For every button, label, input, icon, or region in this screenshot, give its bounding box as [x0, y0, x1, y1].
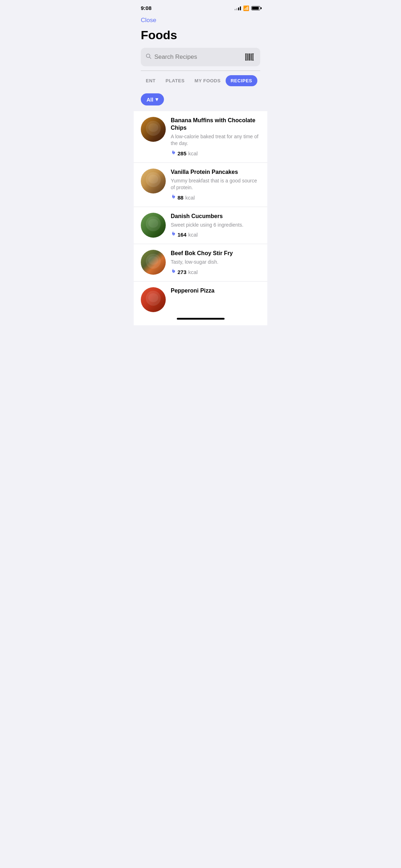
tabs-container: ENT PLATES MY FOODS RECIPES	[134, 71, 267, 91]
recipe-desc-1: A low-calorie baked treat for any time o…	[171, 133, 260, 147]
calorie-unit-3: kcal	[188, 232, 198, 238]
calorie-value-3: 164	[178, 232, 186, 238]
flame-icon-4	[171, 269, 176, 275]
recipe-item-1[interactable]: Banana Muffins with Chocolate Chips A lo…	[134, 111, 267, 163]
svg-rect-8	[251, 53, 252, 61]
close-button[interactable]: Close	[141, 15, 156, 25]
filter-row: All ▾	[134, 91, 267, 111]
filter-all-button[interactable]: All ▾	[141, 93, 164, 105]
search-input[interactable]	[154, 53, 244, 61]
svg-rect-3	[246, 53, 247, 61]
wifi-icon: 📶	[243, 5, 249, 11]
tab-plates[interactable]: PLATES	[161, 75, 190, 86]
recipe-name-5: Pepperoni Pizza	[171, 287, 260, 295]
recipe-desc-4: Tasty, low-sugar dish.	[171, 259, 260, 266]
recipe-image-pizza	[141, 287, 166, 312]
barcode-button[interactable]	[244, 51, 255, 63]
chevron-down-icon: ▾	[155, 96, 158, 103]
status-bar: 9:08 📶	[134, 0, 267, 14]
flame-icon-2	[171, 194, 176, 201]
recipe-desc-2: Yummy breakfast that is a good source of…	[171, 177, 260, 191]
calorie-value-4: 273	[178, 269, 186, 275]
recipe-item-2[interactable]: Vanilla Protein Pancakes Yummy breakfast…	[134, 163, 267, 207]
search-bar	[141, 48, 260, 66]
tab-recipes[interactable]: RECIPES	[226, 75, 257, 86]
recipe-image-stirfry	[141, 250, 166, 275]
recipe-name-2: Vanilla Protein Pancakes	[171, 169, 260, 176]
recipe-item-4[interactable]: Beef Bok Choy Stir Fry Tasty, low-sugar …	[134, 244, 267, 281]
status-time: 9:08	[141, 5, 151, 11]
calorie-unit-4: kcal	[188, 269, 198, 275]
tab-recent[interactable]: ENT	[141, 75, 161, 86]
svg-rect-11	[245, 53, 247, 54]
recipe-info-1: Banana Muffins with Chocolate Chips A lo…	[171, 117, 260, 157]
tab-myfoods[interactable]: MY FOODS	[190, 75, 226, 86]
recipes-list: Banana Muffins with Chocolate Chips A lo…	[134, 111, 267, 314]
svg-line-1	[150, 57, 151, 59]
svg-rect-2	[245, 53, 246, 61]
filter-label: All	[146, 97, 153, 103]
recipe-calories-3: 164 kcal	[171, 231, 260, 238]
recipe-image-muffins	[141, 117, 166, 142]
header: Close Foods	[134, 14, 267, 71]
recipe-item-5[interactable]: Pepperoni Pizza	[134, 281, 267, 314]
svg-rect-14	[252, 60, 254, 61]
recipe-info-3: Danish Cucumbers Sweet pickle using 6 in…	[171, 213, 260, 238]
calorie-value-2: 88	[178, 195, 184, 201]
recipe-calories-4: 273 kcal	[171, 269, 260, 275]
recipe-calories-1: 285 kcal	[171, 150, 260, 157]
svg-rect-13	[252, 53, 254, 54]
status-icons: 📶	[235, 5, 260, 11]
svg-rect-9	[252, 53, 252, 61]
recipe-name-1: Banana Muffins with Chocolate Chips	[171, 117, 260, 132]
recipe-image-cucumbers	[141, 213, 166, 238]
calorie-unit-2: kcal	[185, 195, 195, 201]
svg-rect-4	[247, 53, 248, 61]
flame-icon-3	[171, 231, 176, 238]
calorie-value-1: 285	[178, 150, 186, 156]
svg-rect-7	[250, 53, 251, 61]
page-title: Foods	[141, 28, 260, 42]
svg-rect-12	[245, 60, 247, 61]
recipe-name-4: Beef Bok Choy Stir Fry	[171, 250, 260, 257]
battery-icon	[251, 6, 260, 10]
recipe-desc-3: Sweet pickle using 6 ingredients.	[171, 222, 260, 229]
svg-rect-10	[253, 53, 253, 61]
recipe-info-5: Pepperoni Pizza	[171, 287, 260, 296]
calorie-unit-1: kcal	[188, 150, 198, 156]
recipe-info-4: Beef Bok Choy Stir Fry Tasty, low-sugar …	[171, 250, 260, 275]
recipe-image-pancakes	[141, 169, 166, 193]
recipe-info-2: Vanilla Protein Pancakes Yummy breakfast…	[171, 169, 260, 201]
recipe-name-3: Danish Cucumbers	[171, 213, 260, 220]
recipe-item-3[interactable]: Danish Cucumbers Sweet pickle using 6 in…	[134, 207, 267, 244]
signal-strength-icon	[235, 6, 241, 10]
recipe-calories-2: 88 kcal	[171, 194, 260, 201]
search-icon	[146, 53, 151, 61]
svg-rect-6	[249, 53, 250, 61]
home-indicator	[177, 318, 225, 320]
svg-rect-5	[248, 53, 248, 61]
flame-icon-1	[171, 150, 176, 157]
barcode-icon	[245, 52, 255, 62]
